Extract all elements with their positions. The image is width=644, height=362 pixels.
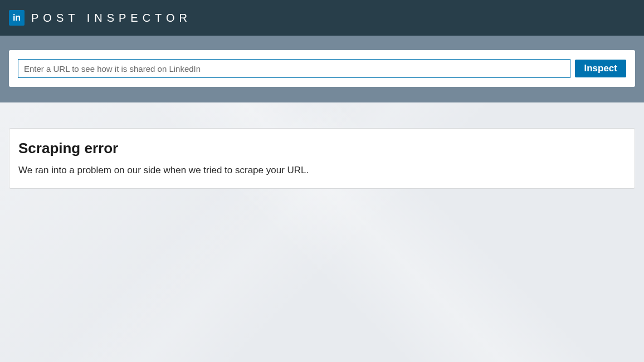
error-title: Scraping error <box>18 140 626 157</box>
content-area: Scraping error We ran into a problem on … <box>0 102 644 198</box>
linkedin-logo-icon: in <box>9 10 25 26</box>
inspect-button[interactable]: Inspect <box>575 60 626 77</box>
search-card: Inspect <box>9 50 635 87</box>
error-message: We ran into a problem on our side when w… <box>18 165 626 176</box>
url-input[interactable] <box>18 59 570 78</box>
hero-section: Inspect <box>0 36 644 102</box>
app-header: in POST INSPECTOR <box>0 0 644 36</box>
app-title: POST INSPECTOR <box>31 12 192 25</box>
error-card: Scraping error We ran into a problem on … <box>9 128 635 189</box>
